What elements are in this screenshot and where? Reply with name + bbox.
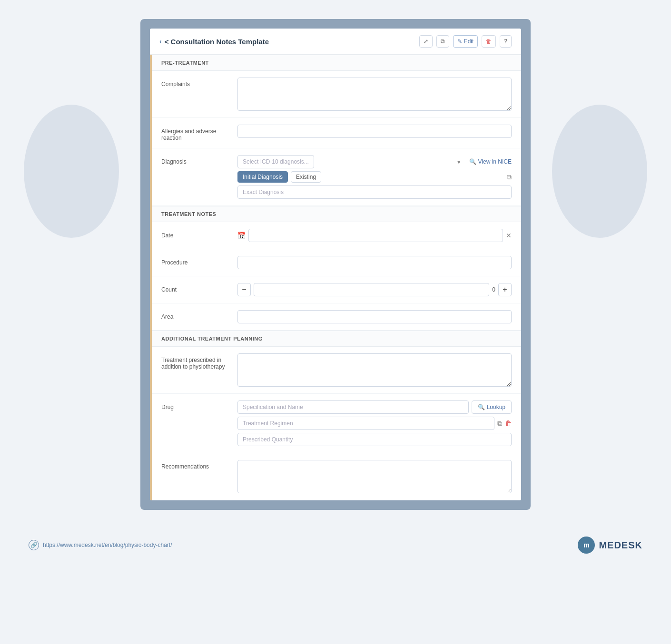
allergies-input[interactable] <box>237 125 512 138</box>
drug-label: Drug <box>161 400 237 410</box>
medesk-brand-text: MEDESK <box>599 540 642 551</box>
count-value-display: 0 <box>492 286 495 293</box>
lookup-button[interactable]: 🔍 Lookup <box>472 400 512 414</box>
count-label: Count <box>161 283 237 293</box>
existing-tag[interactable]: Existing <box>291 171 321 183</box>
page-title: ‹ < Consultation Notes Template <box>159 38 269 46</box>
view-nice-button[interactable]: 🔍 View in NICE <box>469 158 512 165</box>
page-header: ‹ < Consultation Notes Template ⤢ ⧉ ✎ Ed… <box>150 29 521 55</box>
procedure-label: Procedure <box>161 256 237 266</box>
diagnosis-tags-row: Initial Diagnosis Existing ⧉ <box>237 171 512 183</box>
drug-row-actions: ⧉ 🗑 <box>497 420 512 428</box>
delete-icon: 🗑 <box>486 38 492 45</box>
drug-delete-icon[interactable]: 🗑 <box>505 420 512 427</box>
diagnosis-row: Diagnosis Select ICD-10 diagnosis... 🔍 <box>152 148 521 206</box>
medesk-icon-text: m <box>583 541 589 549</box>
medesk-logo: m MEDESK <box>578 537 642 554</box>
page-footer: 🔗 https://www.medesk.net/en/blog/physio-… <box>0 529 671 561</box>
link-icon: 🔗 <box>29 540 39 550</box>
additional-section-header: ADDITIONAL TREATMENT PLANNING <box>152 331 521 347</box>
copy-button[interactable]: ⧉ <box>436 35 449 48</box>
treatment-regimen-input[interactable] <box>237 417 494 430</box>
count-input-row: − 0 + <box>237 283 512 296</box>
help-icon: ? <box>504 38 507 45</box>
medesk-icon: m <box>578 537 595 554</box>
copy-icon: ⧉ <box>441 38 445 45</box>
date-clear-button[interactable]: ✕ <box>506 232 512 239</box>
date-input[interactable] <box>248 229 503 242</box>
count-row: Count − 0 + <box>152 276 521 303</box>
drug-row: Drug 🔍 Lookup <box>152 394 521 453</box>
prescribed-input[interactable] <box>237 353 512 387</box>
view-nice-label: View in NICE <box>478 158 512 165</box>
complaints-label: Complaints <box>161 78 237 88</box>
recommendations-field <box>237 460 512 493</box>
drug-spec-input[interactable] <box>237 400 469 414</box>
diagnosis-field: Select ICD-10 diagnosis... 🔍 View in NIC… <box>237 155 512 199</box>
page-title-text: < Consultation Notes Template <box>165 38 269 46</box>
date-input-row: 📅 ✕ <box>237 229 512 242</box>
area-field <box>237 310 512 323</box>
back-arrow-icon[interactable]: ‹ <box>159 38 162 45</box>
edit-pencil-icon: ✎ <box>457 38 462 45</box>
complaints-input[interactable] <box>237 78 512 111</box>
pre-treatment-title: PRE-TREATMENT <box>161 60 209 66</box>
resize-button[interactable]: ⤢ <box>419 35 433 48</box>
prescribed-quantity-input[interactable] <box>237 433 512 446</box>
edit-label: Edit <box>464 38 474 45</box>
area-row: Area <box>152 303 521 331</box>
page-wrapper: ‹ < Consultation Notes Template ⤢ ⧉ ✎ Ed… <box>0 10 671 644</box>
date-row: Date 📅 ✕ <box>152 222 521 249</box>
delete-button[interactable]: 🗑 <box>482 35 496 48</box>
treatment-notes-section-header: TREATMENT NOTES <box>152 206 521 222</box>
complaints-field <box>237 78 512 111</box>
pre-treatment-section-header: PRE-TREATMENT <box>152 55 521 71</box>
calendar-icon: 📅 <box>237 232 246 239</box>
icd-select[interactable]: Select ICD-10 diagnosis... <box>237 155 314 168</box>
drug-field: 🔍 Lookup ⧉ 🗑 <box>237 400 512 446</box>
diagnosis-select-row: Select ICD-10 diagnosis... 🔍 View in NIC… <box>237 155 512 168</box>
drug-spec-row: 🔍 Lookup <box>237 400 512 414</box>
bg-decoration-right <box>552 105 647 238</box>
additional-title: ADDITIONAL TREATMENT PLANNING <box>161 336 263 342</box>
complaints-row: Complaints <box>152 71 521 118</box>
prescribed-row: Treatment prescribed in addition to phys… <box>152 347 521 394</box>
edit-button[interactable]: ✎ Edit <box>453 35 478 48</box>
allergies-row: Allergies and adverse reaction <box>152 118 521 148</box>
footer-link-text: https://www.medesk.net/en/blog/physio-bo… <box>43 542 172 548</box>
area-input[interactable] <box>237 310 512 323</box>
drug-regimen-row: ⧉ 🗑 <box>237 417 512 430</box>
drug-copy-icon[interactable]: ⧉ <box>497 420 502 428</box>
prescribed-field <box>237 353 512 387</box>
recommendations-row: Recommendations <box>152 453 521 500</box>
icd-select-wrapper: Select ICD-10 diagnosis... <box>237 155 465 168</box>
date-field: 📅 ✕ <box>237 229 512 242</box>
footer-link[interactable]: 🔗 https://www.medesk.net/en/blog/physio-… <box>29 540 172 550</box>
count-minus-button[interactable]: − <box>237 283 251 296</box>
inner-card: ‹ < Consultation Notes Template ⤢ ⧉ ✎ Ed… <box>150 29 521 500</box>
exact-diagnosis-input[interactable] <box>237 185 512 199</box>
procedure-field <box>237 256 512 269</box>
count-field: − 0 + <box>237 283 512 296</box>
initial-diagnosis-tag[interactable]: Initial Diagnosis <box>237 171 288 183</box>
allergies-field <box>237 125 512 138</box>
recommendations-input[interactable] <box>237 460 512 493</box>
area-label: Area <box>161 310 237 320</box>
content-area: PRE-TREATMENT Complaints Allergies and a… <box>150 55 521 500</box>
diagnosis-copy-icon[interactable]: ⧉ <box>507 173 512 181</box>
header-actions: ⤢ ⧉ ✎ Edit 🗑 ? <box>419 35 512 48</box>
allergies-label: Allergies and adverse reaction <box>161 125 237 141</box>
lookup-label: Lookup <box>487 404 505 410</box>
search-icon: 🔍 <box>469 158 476 165</box>
treatment-notes-title: TREATMENT NOTES <box>161 211 216 217</box>
resize-icon: ⤢ <box>424 38 428 45</box>
help-button[interactable]: ? <box>500 35 512 48</box>
form-content: PRE-TREATMENT Complaints Allergies and a… <box>152 55 521 500</box>
procedure-input[interactable] <box>237 256 512 269</box>
procedure-row: Procedure <box>152 249 521 276</box>
main-card: ‹ < Consultation Notes Template ⤢ ⧉ ✎ Ed… <box>140 19 531 510</box>
recommendations-label: Recommendations <box>161 460 237 470</box>
count-input[interactable] <box>254 283 489 296</box>
count-plus-button[interactable]: + <box>498 283 512 296</box>
prescribed-label: Treatment prescribed in addition to phys… <box>161 353 237 370</box>
